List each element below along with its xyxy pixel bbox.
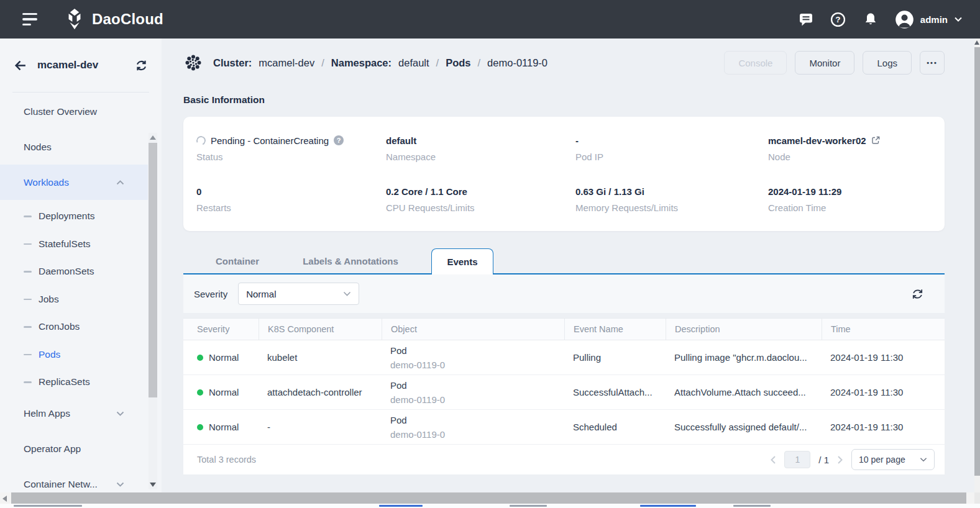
more-actions-button[interactable]: •••	[920, 51, 945, 75]
pending-spinner-icon	[195, 134, 207, 146]
vertical-scrollbar[interactable]	[974, 39, 980, 492]
breadcrumb-cluster-value[interactable]: mcamel-dev	[259, 57, 314, 69]
status-field: Pending - ContainerCreating ? Status	[196, 123, 386, 174]
table-row: Normal kubelet Pod demo-0119-0 Pulling P…	[183, 340, 945, 375]
sidebar-item-daemonsets[interactable]: DaemonSets	[0, 258, 148, 286]
severity-normal-dot	[197, 389, 203, 396]
scroll-left-arrow[interactable]	[2, 496, 7, 502]
severity-select[interactable]: Normal	[238, 283, 359, 305]
help-icon[interactable]: ?	[830, 11, 846, 27]
vertical-scrollbar-thumb[interactable]	[974, 47, 980, 476]
breadcrumb-namespace-value[interactable]: default	[398, 57, 429, 69]
scrollbar-corner	[974, 492, 980, 504]
breadcrumb-cluster-key: Cluster:	[213, 57, 252, 69]
sidebar-item-jobs[interactable]: Jobs	[0, 286, 148, 314]
next-page-button[interactable]	[837, 455, 843, 465]
table-footer: Total 3 records / 1 10 per page	[183, 445, 945, 474]
chevron-down-icon	[116, 482, 124, 487]
sidebar-scrollbar[interactable]	[149, 133, 157, 489]
chat-icon[interactable]	[798, 11, 814, 27]
chevron-down-icon	[920, 457, 927, 462]
daocloud-logo-icon	[63, 8, 86, 30]
username-label: admin	[920, 14, 948, 25]
chevron-up-icon	[116, 180, 124, 185]
basic-information-title: Basic Information	[183, 94, 945, 106]
cpu-field: 0.2 Core / 1.1 Core CPU Requests/Limits	[386, 174, 575, 225]
status-help-icon[interactable]: ?	[334, 135, 344, 145]
top-navbar: DaoCloud ?	[0, 0, 980, 39]
breadcrumb-pods[interactable]: Pods	[446, 57, 470, 69]
table-row: Normal attachdetach-controller Pod demo-…	[183, 375, 945, 410]
sidebar-item-cronjobs[interactable]: CronJobs	[0, 313, 148, 341]
sidebar-item-statefulsets[interactable]: StatefulSets	[0, 230, 148, 258]
basic-information-card: Pending - ContainerCreating ? Status def…	[183, 117, 945, 231]
switch-cluster-icon[interactable]	[135, 59, 148, 72]
sidebar-item-deployments[interactable]: Deployments	[0, 202, 148, 230]
scroll-down-arrow[interactable]	[150, 483, 156, 487]
bell-icon[interactable]	[863, 11, 879, 27]
namespace-field: default Namespace	[386, 123, 575, 174]
chevron-down-icon	[116, 411, 124, 416]
detail-tabs: Container Labels & Annotations Events	[183, 248, 945, 274]
pod-ip-field: - Pod IP	[575, 123, 768, 174]
horizontal-scrollbar[interactable]	[0, 492, 974, 504]
severity-normal-dot	[197, 424, 203, 430]
chevron-down-icon	[343, 291, 351, 296]
chevron-down-icon	[954, 16, 963, 22]
prev-page-button[interactable]	[770, 455, 776, 465]
sidebar-item-workloads[interactable]: Workloads	[0, 165, 148, 200]
tab-events[interactable]: Events	[431, 248, 493, 274]
monitor-button[interactable]: Monitor	[795, 51, 854, 75]
events-table-header: Severity K8S Component Object Event Name…	[183, 318, 945, 340]
breadcrumb: Cluster: mcamel-dev / Namespace: default…	[213, 57, 547, 69]
events-filter-bar: Severity Normal	[183, 274, 945, 313]
tab-labels-annotations[interactable]: Labels & Annotations	[291, 248, 410, 273]
per-page-select[interactable]: 10 per page	[851, 449, 935, 470]
page-total-label: / 1	[818, 455, 829, 465]
breadcrumb-pod-name: demo-0119-0	[487, 57, 547, 69]
severity-normal-dot	[197, 355, 203, 361]
main-content: Cluster: mcamel-dev / Namespace: default…	[162, 39, 974, 492]
sidebar-item-helm-apps[interactable]: Helm Apps	[0, 396, 148, 432]
svg-text:?: ?	[836, 15, 841, 24]
sidebar-item-pods[interactable]: Pods	[0, 341, 148, 369]
cluster-name: mcamel-dev	[37, 59, 98, 71]
total-records-label: Total 3 records	[197, 455, 256, 465]
horizontal-scrollbar-thumb[interactable]	[11, 492, 966, 504]
sidebar-item-nodes[interactable]: Nodes	[0, 129, 148, 165]
scroll-up-arrow[interactable]	[150, 135, 156, 140]
node-field: mcamel-dev-worker02 Node	[768, 123, 945, 174]
hamburger-menu-icon[interactable]	[22, 13, 39, 26]
page-number-input[interactable]	[784, 451, 810, 468]
tab-container[interactable]: Container	[183, 248, 291, 273]
refresh-events-icon[interactable]	[911, 288, 924, 301]
events-table: Severity K8S Component Object Event Name…	[183, 318, 945, 474]
severity-label: Severity	[194, 289, 227, 299]
scroll-up-arrow[interactable]	[974, 40, 979, 45]
logs-button[interactable]: Logs	[863, 51, 912, 75]
console-button[interactable]: Console	[724, 51, 787, 75]
cluster-dots-icon	[183, 53, 203, 73]
sidebar-item-replicasets[interactable]: ReplicaSets	[0, 368, 148, 396]
back-arrow-icon[interactable]	[14, 59, 27, 72]
restarts-field: 0 Restarts	[196, 174, 386, 225]
sidebar-item-cluster-overview[interactable]: Cluster Overview	[0, 94, 148, 129]
sidebar-scrollbar-thumb[interactable]	[149, 143, 157, 397]
external-link-icon[interactable]	[871, 136, 880, 145]
cutoff-content-strip	[0, 504, 980, 508]
user-menu[interactable]: admin	[895, 10, 963, 29]
avatar-icon	[895, 10, 914, 29]
sidebar-item-operator-app[interactable]: Operator App	[0, 432, 148, 467]
brand-name: DaoCloud	[92, 11, 163, 28]
node-link[interactable]: mcamel-dev-worker02	[768, 135, 866, 146]
sidebar-item-container-network[interactable]: Container Netw...	[0, 467, 148, 493]
memory-field: 0.63 Gi / 1.13 Gi Memory Requests/Limits	[575, 174, 768, 225]
table-row: Normal - Pod demo-0119-0 Scheduled Succe…	[183, 410, 945, 445]
sidebar: mcamel-dev Cluster Overview Nodes Worklo…	[0, 39, 162, 492]
daocloud-logo: DaoCloud	[63, 8, 163, 30]
creation-time-field: 2024-01-19 11:29 Creation Time	[768, 174, 945, 225]
breadcrumb-namespace-key: Namespace:	[331, 57, 392, 69]
